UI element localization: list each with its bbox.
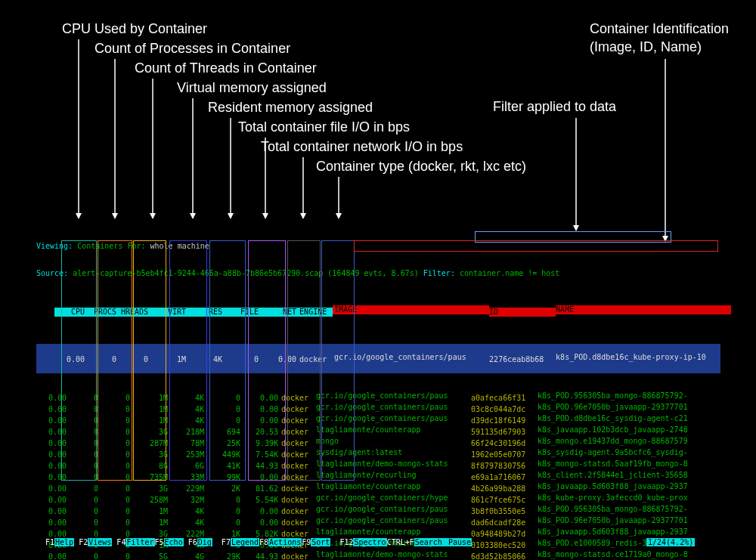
- table-row[interactable]: 0.00003G229M2K81.62dockerltagliamonte/co…: [36, 482, 720, 493]
- ann-engine: Container type (docker, rkt, lxc etc): [316, 159, 526, 175]
- terminal[interactable]: Viewing: Containers For: whole machine S…: [36, 224, 720, 560]
- table-body: 0.00001M4K00.00dockergcr.io/google_conta…: [36, 391, 720, 560]
- svg-marker-11: [262, 213, 268, 219]
- svg-marker-5: [150, 213, 156, 219]
- svg-marker-15: [336, 213, 342, 219]
- ann-net: Total container network I/O in bps: [261, 139, 463, 155]
- table-row[interactable]: 0.0000735M33M99K0.00dockerltagliamonte/r…: [36, 471, 720, 482]
- ann-res: Resident memory assigned: [208, 100, 373, 116]
- ann-ident: Container Identification: [590, 21, 729, 37]
- table-row[interactable]: 0.00008G6G41K44.93dockerltagliamonte/dem…: [36, 459, 720, 471]
- svg-marker-13: [300, 213, 306, 219]
- table-row[interactable]: 0.00001M4K00.00dockergcr.io/google_conta…: [36, 516, 720, 528]
- table-row[interactable]: 0.00001M4K00.00dockergcr.io/google_conta…: [36, 391, 720, 403]
- table-row[interactable]: 0.00003G222M1K5.82Kdockerltagliamonte/co…: [36, 528, 720, 539]
- table-row[interactable]: 0.00003G218M69420.53dockerltagliamonte/c…: [36, 425, 720, 437]
- ann-file: Total container file I/O in bps: [238, 119, 410, 135]
- viewing-line: Viewing: Containers For: whole machine: [36, 242, 720, 251]
- pager: 1/24(4.2%): [646, 538, 695, 546]
- svg-marker-3: [112, 213, 118, 219]
- ann-virt: Virtual memory assigned: [177, 80, 327, 96]
- ann-threads: Count of Threads in Container: [135, 60, 317, 76]
- svg-marker-9: [228, 213, 234, 219]
- svg-marker-1: [76, 213, 82, 219]
- header-row: CPUPROCSHREADSVIRTRESFILENETENGINEIMAGEI…: [36, 296, 720, 326]
- table-row[interactable]: 0.00005G4G29K44.93dockerltagliamonte/dem…: [36, 550, 720, 560]
- table-row[interactable]: 0.00003G253M449K7.54Kdockersysdig/agent:…: [36, 448, 720, 459]
- table-row[interactable]: 0.0000258M32M05.54Kdockergcr.io/google_c…: [36, 493, 720, 505]
- table-row[interactable]: 0.0000287M78M25K9.39Kdockermongo66f24c30…: [36, 437, 720, 448]
- highlighted-row[interactable]: 0.00001M4K00.00dockergcr.io/google_conta…: [36, 344, 720, 373]
- table-row[interactable]: 0.00001M4K00.00dockergcr.io/google_conta…: [36, 505, 720, 516]
- table-row[interactable]: 0.00001M4K00.00dockergcr.io/google_conta…: [36, 414, 720, 425]
- ann-ident2: (Image, ID, Name): [590, 39, 702, 55]
- ann-procs: Count of Processes in Container: [94, 41, 290, 57]
- svg-marker-7: [190, 213, 196, 219]
- ann-cpu: CPU Used by Container: [62, 21, 207, 37]
- ann-filter: Filter applied to data: [493, 99, 616, 115]
- source-line: Source: alert-capture-b5eb4fc1-9244-466a…: [36, 269, 720, 278]
- table-row[interactable]: 0.00001M4K00.00dockergcr.io/google_conta…: [36, 403, 720, 414]
- function-bar[interactable]: F1Help F2Views F4FilterF5Echo F6Dig F7Le…: [45, 538, 472, 546]
